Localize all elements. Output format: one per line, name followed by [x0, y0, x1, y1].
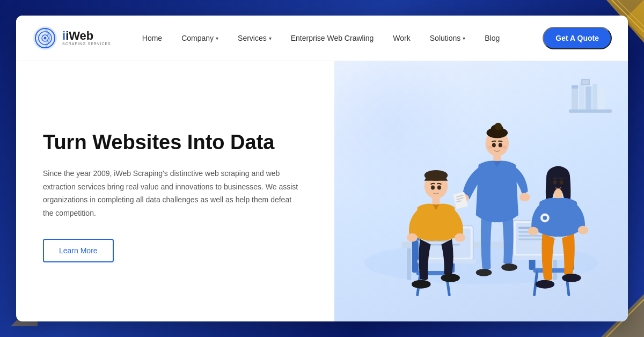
svg-point-71 — [519, 193, 530, 201]
svg-rect-51 — [510, 255, 572, 260]
svg-point-64 — [494, 123, 502, 130]
hero-title: Turn Websites Into Data — [43, 131, 308, 155]
logo-area[interactable]: iiWeb Scraping Services — [32, 25, 111, 51]
solutions-dropdown-arrow: ▾ — [463, 35, 465, 41]
nav-links: Home Company ▾ Services ▾ Enterprise Web… — [133, 34, 543, 42]
learn-more-button[interactable]: Learn More — [43, 239, 114, 262]
hero-left: Turn Websites Into Data Since the year 2… — [16, 61, 334, 321]
svg-point-56 — [455, 233, 465, 242]
svg-point-84 — [553, 180, 557, 185]
svg-point-77 — [501, 145, 507, 149]
get-quote-button[interactable]: Get A Quote — [543, 27, 612, 49]
svg-rect-22 — [407, 248, 411, 280]
nav-solutions[interactable]: Solutions ▾ — [420, 34, 475, 42]
logo-subtitle: Scraping Services — [62, 42, 111, 46]
svg-point-72 — [475, 269, 492, 276]
svg-point-73 — [501, 263, 517, 271]
navbar: iiWeb Scraping Services Home Company ▾ S… — [16, 16, 628, 61]
team-illustration — [334, 61, 628, 321]
nav-enterprise-web-crawling[interactable]: Enterprise Web Crawling — [281, 34, 384, 42]
logo-text-container: iiWeb Scraping Services — [62, 30, 111, 46]
services-dropdown-arrow: ▾ — [269, 35, 272, 41]
svg-point-76 — [487, 145, 493, 149]
svg-point-82 — [535, 280, 554, 289]
nav-work[interactable]: Work — [383, 34, 420, 42]
hero-description: Since the year 2009, iWeb Scraping's dis… — [43, 167, 301, 219]
svg-point-55 — [407, 233, 418, 242]
logo-icon — [32, 25, 58, 51]
nav-home[interactable]: Home — [133, 34, 172, 42]
svg-point-87 — [543, 216, 547, 220]
svg-point-85 — [559, 180, 563, 185]
svg-point-83 — [562, 274, 581, 282]
svg-point-10 — [44, 37, 47, 40]
svg-rect-25 — [412, 241, 419, 273]
company-dropdown-arrow: ▾ — [216, 35, 218, 41]
svg-point-60 — [437, 186, 441, 190]
main-card: iiWeb Scraping Services Home Company ▾ S… — [16, 16, 628, 321]
svg-point-81 — [578, 226, 589, 235]
svg-point-80 — [528, 227, 538, 236]
hero-section: Turn Websites Into Data Since the year 2… — [16, 61, 628, 321]
logo-name: iiWeb — [62, 30, 111, 42]
nav-blog[interactable]: Blog — [475, 34, 509, 42]
svg-point-59 — [431, 186, 435, 190]
nav-company[interactable]: Company ▾ — [172, 34, 228, 42]
svg-point-57 — [412, 280, 431, 289]
nav-services[interactable]: Services ▾ — [228, 34, 281, 42]
hero-illustration — [334, 61, 628, 321]
svg-point-58 — [441, 274, 460, 282]
